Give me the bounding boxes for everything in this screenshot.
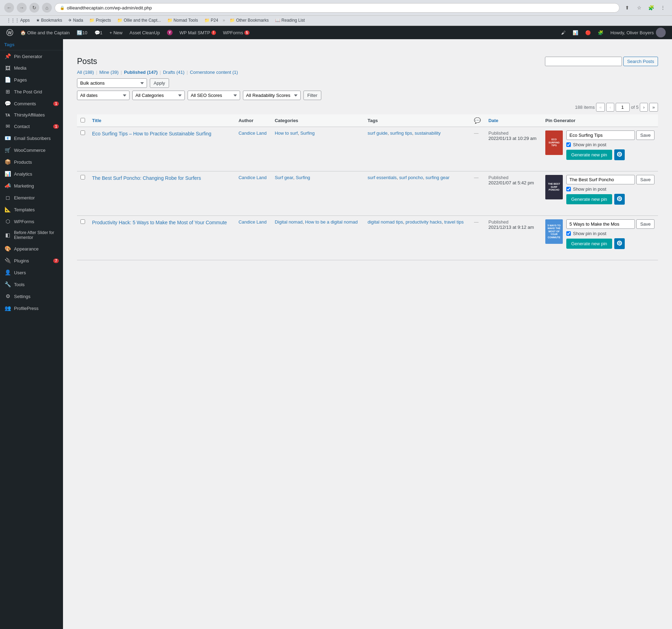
- row-checkbox-1[interactable]: [80, 175, 85, 179]
- sidebar-item-post-grid[interactable]: ⊞The Post Grid: [0, 86, 63, 98]
- category-link-0-0[interactable]: How to surf: [275, 130, 298, 136]
- tag-link-1-0[interactable]: surf essentials: [368, 175, 397, 180]
- tag-link-1-2[interactable]: surfing gear: [426, 175, 450, 180]
- sidebar-item-marketing[interactable]: 📣Marketing: [0, 180, 63, 192]
- wp-bar-wpmail[interactable]: WP Mail SMTP !: [176, 26, 219, 39]
- category-link-0-1[interactable]: Surfing: [300, 130, 315, 136]
- sidebar-item-users[interactable]: 👤Users: [0, 267, 63, 278]
- sidebar-item-profilepress[interactable]: 👥ProfilePress: [0, 302, 63, 314]
- select-all-checkbox[interactable]: [80, 118, 85, 122]
- search-posts-button[interactable]: Search Posts: [623, 57, 658, 66]
- show-pin-checkbox-2[interactable]: [566, 231, 571, 236]
- sidebar-item-before-after[interactable]: ◧Before After Slider for Elementor: [0, 227, 63, 243]
- filter-seo-select[interactable]: All SEO Scores: [188, 91, 240, 100]
- prev-page-button[interactable]: ‹: [606, 103, 614, 112]
- sidebar-item-templates[interactable]: 📐Templates: [0, 204, 63, 215]
- wp-bar-ext1[interactable]: 🖌: [558, 26, 569, 39]
- bookmark-bookmarks[interactable]: ★ Bookmarks: [34, 17, 64, 24]
- filter-categories-select[interactable]: All Categories: [132, 91, 185, 100]
- refresh-button[interactable]: ↻: [29, 3, 39, 13]
- bookmark-nada[interactable]: ✈ Nada: [66, 17, 85, 24]
- sidebar-item-plugins[interactable]: 🔌Plugins7: [0, 255, 63, 267]
- pin-title-input-2[interactable]: [566, 219, 635, 229]
- filter-drafts-link[interactable]: Drafts (41): [163, 70, 184, 75]
- sidebar-item-elementor[interactable]: ◻Elementor: [0, 192, 63, 204]
- sidebar-item-tools[interactable]: 🔧Tools: [0, 278, 63, 290]
- wp-bar-yoast[interactable]: Y: [163, 26, 176, 39]
- wp-bar-site[interactable]: 🏠 Ollie and the Captain: [17, 26, 73, 39]
- wp-bar-ext4[interactable]: 🧩: [594, 26, 607, 39]
- tag-link-1-1[interactable]: surf poncho: [399, 175, 423, 180]
- bookmark-more[interactable]: »: [223, 18, 225, 23]
- bookmark-reading[interactable]: 📖 Reading List: [273, 17, 307, 24]
- forward-button[interactable]: →: [17, 3, 27, 13]
- filter-button[interactable]: Filter: [303, 91, 321, 100]
- bookmark-other[interactable]: 📁 Other Bookmarks: [227, 17, 271, 24]
- wp-bar-wpforms[interactable]: WPForms 5: [219, 26, 253, 39]
- pin-save-button-0[interactable]: Save: [636, 130, 654, 140]
- author-link-2[interactable]: Candice Land: [238, 219, 266, 225]
- wp-bar-howdy[interactable]: Howdy, Oliver Boyers: [607, 26, 669, 39]
- category-link-1-1[interactable]: Surfing: [296, 175, 310, 180]
- post-title-link-0[interactable]: Eco Surfing Tips – How to Practice Susta…: [92, 131, 211, 136]
- tag-link-0-2[interactable]: sustainability: [415, 130, 441, 136]
- filter-mine-link[interactable]: Mine (39): [99, 70, 119, 75]
- wp-bar-new[interactable]: + New: [106, 26, 126, 39]
- wp-bar-asset-cleanup[interactable]: Asset CleanUp: [126, 26, 163, 39]
- wp-bar-ext2[interactable]: 📊: [569, 26, 582, 39]
- sidebar-item-contact[interactable]: ✉Contact1: [0, 120, 63, 132]
- author-link-1[interactable]: Candice Land: [238, 175, 266, 180]
- filter-dates-select[interactable]: All dates: [77, 91, 130, 100]
- sidebar-item-thirsty[interactable]: TAThirstyAffiliates: [0, 109, 63, 120]
- tag-link-2-1[interactable]: productivity hacks: [406, 219, 442, 225]
- sidebar-item-settings[interactable]: ⚙Settings: [0, 290, 63, 302]
- pin-save-button-2[interactable]: Save: [636, 219, 654, 229]
- bookmark-nomad[interactable]: 📁 Nomad Tools: [165, 17, 201, 24]
- page-number-input[interactable]: [616, 103, 630, 112]
- wp-bar-updates[interactable]: 🔄 10: [73, 26, 91, 39]
- apply-button[interactable]: Apply: [150, 78, 169, 88]
- wp-bar-comments[interactable]: 💬 1: [91, 26, 106, 39]
- wp-logo[interactable]: W: [3, 26, 17, 39]
- back-button[interactable]: ←: [4, 3, 14, 13]
- sidebar-item-email-subscribers[interactable]: 📧Email Subscribers: [0, 132, 63, 144]
- filter-readability-select[interactable]: All Readability Scores: [243, 91, 301, 100]
- bookmark-ollie[interactable]: 📁 Ollie and the Capt...: [115, 17, 163, 24]
- filter-published-link[interactable]: Published (147): [124, 70, 158, 75]
- bookmark-p24[interactable]: 📁 P24: [202, 17, 221, 24]
- pin-title-input-1[interactable]: [566, 175, 635, 184]
- generate-pin-button-0[interactable]: Generate new pin: [566, 150, 612, 160]
- last-page-button[interactable]: »: [649, 103, 658, 112]
- pinterest-share-button-1[interactable]: [614, 194, 625, 205]
- sidebar-item-products[interactable]: 📦Products: [0, 156, 63, 168]
- search-input[interactable]: [545, 57, 622, 66]
- share-button[interactable]: ⬆: [622, 3, 632, 13]
- generate-pin-button-2[interactable]: Generate new pin: [566, 239, 612, 249]
- tag-link-2-2[interactable]: travel tips: [444, 219, 464, 225]
- tag-link-0-1[interactable]: surfing tips: [390, 130, 412, 136]
- more-button[interactable]: ⋮: [658, 3, 668, 13]
- sidebar-item-analytics[interactable]: 📊Analytics: [0, 168, 63, 180]
- bulk-actions-select[interactable]: Bulk actions Edit Move to Trash: [77, 78, 147, 88]
- show-pin-checkbox-1[interactable]: [566, 187, 571, 191]
- category-link-2-1[interactable]: How to be a digital nomad: [305, 219, 358, 225]
- next-page-button[interactable]: ›: [640, 103, 648, 112]
- col-date[interactable]: Date: [485, 114, 542, 127]
- generate-pin-button-1[interactable]: Generate new pin: [566, 194, 612, 204]
- bookmark-button[interactable]: ☆: [634, 3, 644, 13]
- address-bar[interactable]: 🔒 ollieandthecaptain.com/wp-admin/edit.p…: [55, 3, 620, 13]
- col-title[interactable]: Title: [89, 114, 235, 127]
- sidebar-item-woocommerce[interactable]: 🛒WooCommerce: [0, 144, 63, 156]
- post-title-link-1[interactable]: The Best Surf Poncho: Changing Robe for …: [92, 175, 201, 181]
- row-checkbox-2[interactable]: [80, 219, 85, 224]
- bookmark-projects[interactable]: 📁 Projects: [87, 17, 113, 24]
- home-button[interactable]: ⌂: [42, 3, 52, 13]
- show-pin-checkbox-0[interactable]: [566, 142, 571, 147]
- sidebar-item-media[interactable]: 🖼Media: [0, 62, 63, 74]
- bookmark-apps[interactable]: ⋮⋮⋮ Apps: [4, 17, 32, 24]
- category-link-1-0[interactable]: Surf gear: [275, 175, 293, 180]
- author-link-0[interactable]: Candice Land: [238, 130, 266, 136]
- sidebar-item-comments[interactable]: 💬Comments1: [0, 98, 63, 109]
- pin-title-input-0[interactable]: [566, 130, 635, 140]
- sidebar-item-wpforms[interactable]: ⬡WPForms: [0, 215, 63, 227]
